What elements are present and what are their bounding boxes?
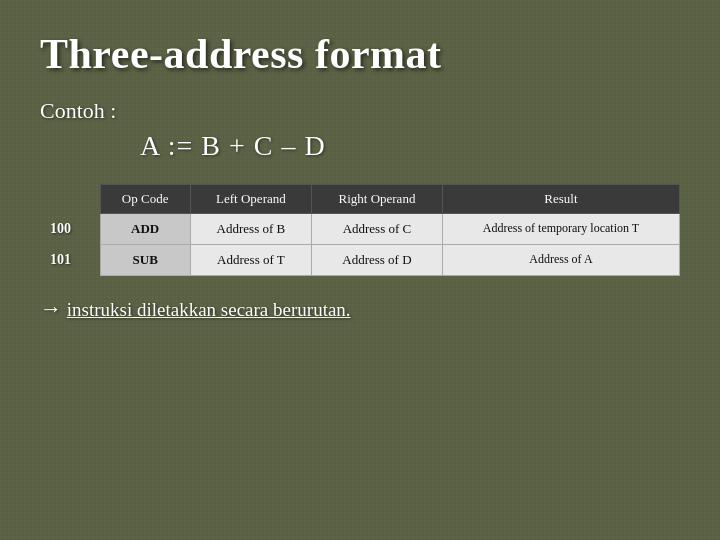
row-left-2: Address of T	[190, 245, 311, 276]
table-row: 100 ADD Address of B Address of C Addres…	[40, 214, 680, 245]
row-opcode-1: ADD	[100, 214, 190, 245]
col-header-result: Result	[442, 185, 679, 214]
col-header-empty	[40, 185, 100, 214]
footer-label: instruksi diletakkan secara berurutan.	[67, 299, 351, 320]
table-row: 101 SUB Address of T Address of D Addres…	[40, 245, 680, 276]
col-header-opcode: Op Code	[100, 185, 190, 214]
footer-text: → instruksi diletakkan secara berurutan.	[40, 296, 680, 322]
row-result-1: Address of temporary location T	[442, 214, 679, 245]
col-header-right: Right Operand	[312, 185, 443, 214]
row-line-number-1: 100	[40, 214, 100, 245]
slide-content: Three-address format Contoh : A := B + C…	[0, 0, 720, 342]
row-line-number-2: 101	[40, 245, 100, 276]
row-left-1: Address of B	[190, 214, 311, 245]
row-right-1: Address of C	[312, 214, 443, 245]
formula: A := B + C – D	[140, 130, 680, 162]
page-title: Three-address format	[40, 30, 680, 78]
arrow-icon: →	[40, 296, 62, 321]
example-label: Contoh :	[40, 98, 680, 124]
instruction-table: Op Code Left Operand Right Operand Resul…	[40, 184, 680, 276]
row-opcode-2: SUB	[100, 245, 190, 276]
row-result-2: Address of A	[442, 245, 679, 276]
col-header-left: Left Operand	[190, 185, 311, 214]
row-right-2: Address of D	[312, 245, 443, 276]
